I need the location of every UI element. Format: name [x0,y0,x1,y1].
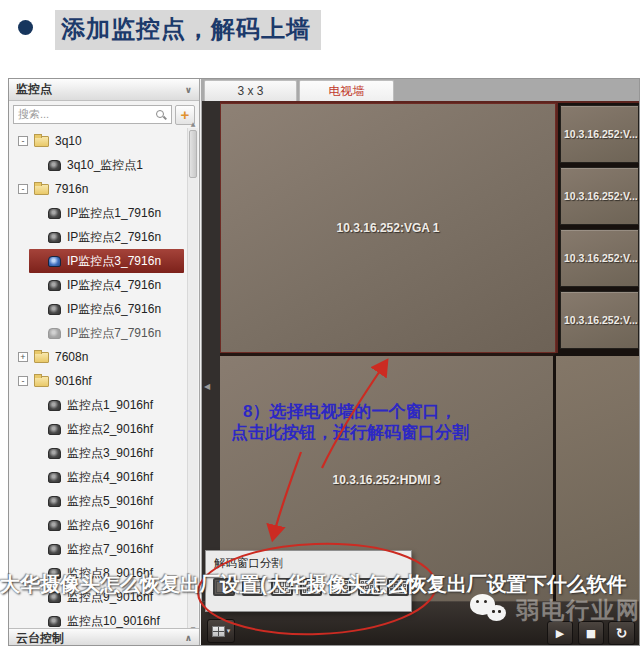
tree-camera-item[interactable]: 监控点4_9016hf [9,465,186,489]
camera-icon [48,160,61,171]
wall-cell-label: 10.3.16.252:V... [561,190,638,202]
sidebar-panel-title: 监控点 [16,81,52,98]
chevron-down-icon[interactable]: ∨ [185,85,192,95]
title-bullet-icon [18,20,33,35]
wall-cell-side[interactable]: 10.3.16.252:V... [560,167,639,225]
sidebar-monitor-points: 监控点 ∨ 搜索... + - 3q10 3q10_监控点1 [9,79,200,646]
tab-tv-wall[interactable]: 电视墙 [299,80,394,101]
search-placeholder: 搜索... [18,107,155,122]
ptz-panel-header[interactable]: 云台控制 ∧ [9,628,199,646]
tree-camera-item[interactable]: IP监控点4_7916n [9,273,186,297]
tree-folder-9016hf[interactable]: - 9016hf [9,369,186,393]
grid-icon [212,626,225,637]
tree-folder-3q10[interactable]: - 3q10 [9,129,186,153]
tree-label: IP监控点3_7916n [67,253,161,270]
camera-icon [48,280,61,291]
search-icon[interactable] [155,109,167,121]
camera-icon [48,256,61,267]
panel-splitter[interactable]: ◀ [202,101,220,601]
folder-icon [34,184,49,195]
camera-icon [48,424,61,435]
tree-folder-7608n[interactable]: + 7608n [9,345,186,369]
tree-label: 7608n [55,350,88,364]
wall-cell-bottom-right[interactable] [556,353,640,603]
tree-label: 监控点10_9016hf [67,613,160,630]
camera-icon [48,520,61,531]
scroll-up-icon[interactable]: ▲ [188,120,198,127]
tree-label: IP监控点7_7916n [67,325,161,342]
popup-title: 解码窗口分割 [214,556,283,571]
camera-icon [48,448,61,459]
scrollbar-thumb[interactable] [189,130,197,178]
tree-camera-item[interactable]: IP监控点6_7916n [9,297,186,321]
tree-label: 监控点6_9016hf [67,517,153,534]
tree-camera-item[interactable]: 监控点2_9016hf [9,417,186,441]
tree-label: IP监控点2_7916n [67,229,161,246]
folder-icon [34,136,49,147]
device-tree: - 3q10 3q10_监控点1 - 7916n IP监控点1_7916n [9,127,186,633]
wall-cell-side[interactable]: 10.3.16.252:V... [560,229,639,287]
tree-label: 监控点2_9016hf [67,421,153,438]
tree-folder-7916n[interactable]: - 7916n [9,177,186,201]
page-title: 添加监控点，解码上墙 [55,10,321,50]
dropdown-arrow-icon: ▾ [227,627,231,635]
tree-label: 监控点4_9016hf [67,469,153,486]
brand-watermark: 弱电行业网 [470,594,640,627]
wall-cell-vga1[interactable]: 10.3.16.252:VGA 1 [220,103,556,353]
tree-label: IP监控点4_7916n [67,277,161,294]
watermark-text: 大华摄像头怎么恢复出厂设置(大华摄像头怎么恢复出厂设置下什么软件 [0,571,640,598]
camera-icon [48,208,61,219]
annotation-line2: 点击此按钮，进行解码窗口分割 [231,421,469,444]
search-row: 搜索... + [9,102,199,127]
tree-camera-item-offline[interactable]: IP监控点7_7916n [9,321,186,345]
camera-icon [48,328,61,339]
annotation-line1: 8）选择电视墙的一个窗口， [243,400,456,423]
tree-camera-item[interactable]: IP监控点1_7916n [9,201,186,225]
tree-label: 3q10_监控点1 [67,157,143,174]
tab-3x3[interactable]: 3 x 3 [204,80,297,101]
collapse-toggle-icon[interactable]: - [18,376,28,386]
tree-camera-item[interactable]: 3q10_监控点1 [9,153,186,177]
collapse-left-icon[interactable]: ◀ [204,382,210,391]
wall-cell-side[interactable]: 10.3.16.252:V... [560,105,639,163]
wall-cell-label: 10.3.16.252:VGA 1 [337,221,440,235]
tree-camera-item[interactable]: IP监控点2_7916n [9,225,186,249]
screen-split-button[interactable]: ▾ [207,619,235,643]
camera-icon [48,232,61,243]
camera-icon [48,304,61,315]
camera-icon [48,472,61,483]
sidebar-panel-header[interactable]: 监控点 ∨ [9,79,199,101]
camera-icon [48,496,61,507]
tree-camera-item[interactable]: 监控点6_9016hf [9,513,186,537]
collapse-toggle-icon[interactable]: - [18,136,28,146]
ptz-panel-title: 云台控制 [16,630,64,646]
tree-scrollbar[interactable]: ▲ ▼ [187,128,198,633]
wall-tabbar: 3 x 3 电视墙 [201,79,640,101]
camera-icon [48,400,61,411]
wall-cell-label: 10.3.16.252:HDMI 3 [332,473,440,487]
tree-label: 监控点3_9016hf [67,445,153,462]
expand-toggle-icon[interactable]: + [18,352,28,362]
tree-camera-item[interactable]: 监控点3_9016hf [9,441,186,465]
wall-cell-side[interactable]: 10.3.16.252:V... [560,291,639,349]
collapse-toggle-icon[interactable]: - [18,184,28,194]
tree-label: 7916n [55,182,88,196]
tree-label: IP监控点1_7916n [67,205,161,222]
tree-camera-item[interactable]: 监控点7_9016hf [9,537,186,561]
tree-camera-item-selected[interactable]: IP监控点3_7916n [29,249,184,273]
tree-camera-item[interactable]: 监控点1_9016hf [9,393,186,417]
brand-name: 弱电行业网 [516,595,640,626]
wall-cell-label: 10.3.16.252:V... [561,252,638,264]
search-input[interactable]: 搜索... [13,105,172,124]
tree-label: 监控点1_9016hf [67,397,153,414]
tv-wall-canvas: 10.3.16.252:VGA 1 10.3.16.252:V... 10.3.… [220,101,640,601]
wall-cell-label: 10.3.16.252:V... [561,128,638,140]
chevron-up-icon[interactable]: ∧ [185,633,192,643]
tree-label: 监控点5_9016hf [67,493,153,510]
wall-side-column: 10.3.16.252:V... 10.3.16.252:V... 10.3.1… [556,103,640,353]
tree-camera-item[interactable]: 监控点5_9016hf [9,489,186,513]
camera-icon [48,544,61,555]
tree-label: 3q10 [55,134,82,148]
screenshot-root: 添加监控点，解码上墙 监控点 ∨ 搜索... + - 3q10 [0,0,640,646]
folder-icon [34,376,49,387]
